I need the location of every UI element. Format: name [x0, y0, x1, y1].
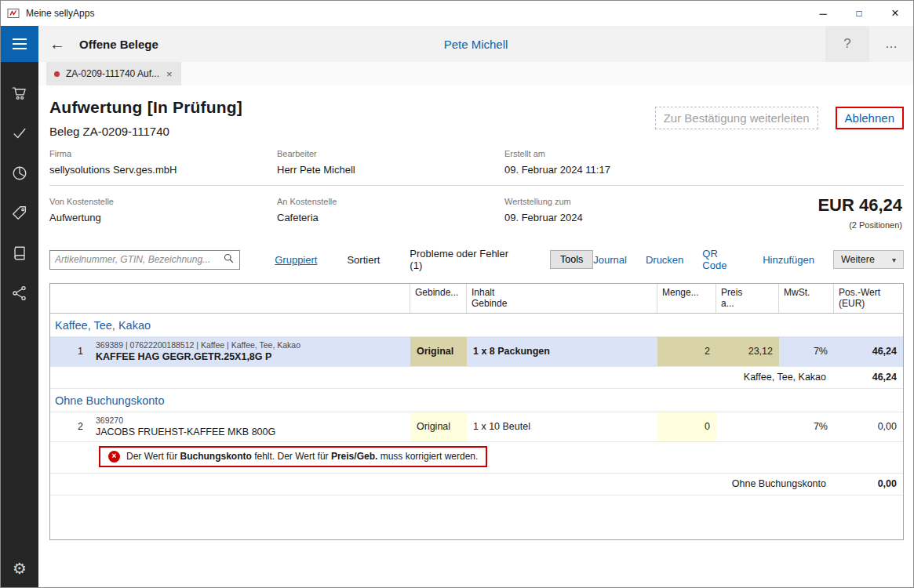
sidebar-item-cart[interactable]	[10, 84, 29, 103]
group-subtotal: Kaffee, Tee, Kakao 46,24	[50, 367, 903, 389]
error-text: Der Wert für Buchungskonto fehlt. Der We…	[126, 451, 478, 462]
app-icon	[7, 7, 20, 20]
cart-icon	[11, 85, 28, 102]
preis-cell[interactable]: 23,12	[716, 337, 779, 366]
article-search[interactable]	[49, 250, 240, 270]
col-rownum[interactable]	[50, 284, 91, 313]
document-subtitle: Beleg ZA-0209-111740	[49, 125, 242, 138]
journal-link[interactable]: Journal	[593, 254, 627, 266]
reject-button[interactable]: Ablehnen	[836, 107, 904, 129]
checkmark-icon	[11, 125, 28, 142]
document-total: EUR 46,24	[732, 195, 902, 216]
tag-icon	[11, 205, 28, 222]
hamburger-icon	[13, 38, 27, 40]
sorted-toggle[interactable]: Sortiert	[347, 254, 380, 266]
sidebar-item-catalog[interactable]	[10, 244, 29, 263]
forward-for-approval-button[interactable]: Zur Bestätigung weiterleiten	[655, 107, 818, 129]
print-link[interactable]: Drucken	[646, 254, 683, 266]
tools-button[interactable]: Tools	[550, 250, 593, 269]
fields-row-2: Von Kostenstelle Aufwertung An Kostenste…	[49, 186, 904, 239]
group-header: Kaffee, Tee, Kakao	[50, 314, 903, 337]
pos-wert-cell: 46,24	[834, 337, 903, 366]
col-article[interactable]	[91, 284, 410, 313]
total-block: EUR 46,24 (2 Positionen)	[732, 197, 904, 230]
chevron-down-icon: ▾	[892, 256, 896, 264]
table-row[interactable]: 2 369270 JACOBS FRUEHST-KAFFEE MKB 800G …	[50, 412, 903, 442]
document-view: Aufwertung [In Prüfung] Beleg ZA-0209-11…	[38, 85, 913, 587]
mwst-cell: 7%	[779, 412, 834, 441]
back-arrow-icon: ←	[49, 35, 65, 53]
page-title: Offene Belege	[79, 38, 158, 51]
preis-cell[interactable]	[716, 412, 779, 441]
article-cell: 369270 JACOBS FRUEHST-KAFFEE MKB 800G	[91, 412, 410, 441]
grouped-toggle[interactable]: Gruppiert	[275, 254, 317, 266]
back-button[interactable]: ←	[38, 35, 76, 53]
field-erstellt-am: Erstellt am 09. Februar 2024 11:17	[504, 149, 732, 176]
group-subtotal: Ohne Buchungskonto 0,00	[50, 474, 903, 495]
sidebar: ⚙	[1, 26, 38, 587]
help-icon: ?	[843, 36, 850, 52]
col-menge[interactable]: Menge...	[657, 284, 716, 313]
search-input[interactable]	[55, 254, 223, 265]
validation-error: × Der Wert für Buchungskonto fehlt. Der …	[99, 446, 487, 467]
sidebar-item-labels[interactable]	[10, 204, 29, 223]
close-button[interactable]: ×	[877, 1, 913, 26]
book-icon	[11, 245, 28, 262]
titlebar: Meine sellyApps ─ □ ×	[1, 1, 913, 26]
sidebar-item-reports[interactable]	[10, 164, 29, 183]
table-empty-area	[50, 495, 903, 539]
sidebar-item-share[interactable]	[10, 284, 29, 303]
more-actions-dropdown[interactable]: Weitere ▾	[833, 250, 904, 269]
tab-label: ZA-0209-111740 Auf...	[66, 68, 159, 79]
col-gebinde[interactable]: Gebinde...	[410, 284, 467, 313]
pie-chart-icon	[11, 165, 28, 182]
sidebar-item-approvals[interactable]	[10, 124, 29, 143]
group-header: Ohne Buchungskonto	[50, 389, 903, 412]
gebinde-cell[interactable]: Original	[410, 337, 467, 366]
minimize-button[interactable]: ─	[805, 1, 841, 26]
inhalt-cell: 1 x 8 Packungen	[467, 337, 657, 366]
positions-table: Gebinde... Inhalt Gebinde Menge... Preis…	[49, 283, 904, 540]
article-cell: 369389 | 07622200188512 | Kaffee | Kaffe…	[91, 337, 410, 366]
col-preis[interactable]: Preis a...	[716, 284, 779, 313]
table-header-row: Gebinde... Inhalt Gebinde Menge... Preis…	[50, 284, 903, 314]
col-mwst[interactable]: MwSt.	[779, 284, 834, 313]
table-row[interactable]: 1 369389 | 07622200188512 | Kaffee | Kaf…	[50, 337, 903, 367]
unsaved-dot-icon	[54, 71, 60, 77]
app-header: ← Offene Belege Pete Michell ? …	[38, 26, 913, 62]
help-button[interactable]: ?	[825, 26, 869, 62]
field-wertstellung: Wertstellung zum 09. Februar 2024	[504, 197, 732, 230]
mwst-cell: 7%	[779, 337, 834, 366]
add-link[interactable]: Hinzufügen	[763, 254, 814, 266]
current-user[interactable]: Pete Michell	[444, 38, 508, 51]
maximize-button[interactable]: □	[841, 1, 877, 26]
field-an-kostenstelle: An Kostenstelle Cafeteria	[277, 197, 504, 230]
problems-filter[interactable]: Probleme oder Fehler (1)	[410, 248, 523, 271]
gebinde-cell[interactable]: Original	[410, 412, 467, 441]
menge-cell[interactable]: 2	[657, 337, 716, 366]
document-title: Aufwertung [In Prüfung]	[49, 98, 242, 117]
article-name: KAFFEE HAG GEGR.GETR.25X1,8G P	[96, 351, 271, 362]
inhalt-cell: 1 x 10 Beutel	[467, 412, 657, 441]
pos-wert-cell: 0,00	[834, 412, 903, 441]
error-row: × Der Wert für Buchungskonto fehlt. Der …	[50, 442, 903, 474]
menge-cell[interactable]: 0	[657, 412, 716, 441]
menu-button[interactable]	[1, 26, 38, 62]
row-number: 2	[50, 412, 91, 441]
tab-bar: ZA-0209-111740 Auf... ×	[38, 62, 913, 85]
search-icon	[223, 252, 235, 267]
qr-code-link[interactable]: QR Code	[702, 248, 744, 271]
article-name: JACOBS FRUEHST-KAFFEE MKB 800G	[96, 426, 275, 437]
field-von-kostenstelle: Von Kostenstelle Aufwertung	[49, 197, 277, 230]
error-icon: ×	[108, 451, 120, 463]
field-firma: Firma sellysolutions Serv.ges.mbH	[49, 149, 277, 176]
col-pos-wert[interactable]: Pos.-Wert (EUR)	[834, 284, 903, 313]
more-button[interactable]: …	[869, 26, 913, 62]
tab-close-icon[interactable]: ×	[166, 68, 173, 80]
tab-document[interactable]: ZA-0209-111740 Auf... ×	[46, 62, 181, 85]
col-inhalt[interactable]: Inhalt Gebinde	[467, 284, 657, 313]
article-meta: 369270	[96, 416, 123, 425]
settings-button[interactable]: ⚙	[13, 559, 27, 578]
window-title: Meine sellyApps	[26, 8, 94, 19]
positions-count: (2 Positionen)	[732, 220, 902, 230]
